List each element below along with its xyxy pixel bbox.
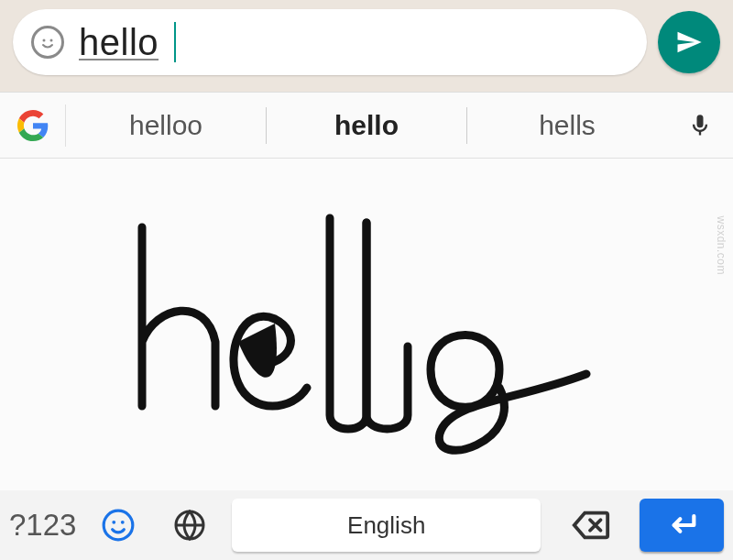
mic-icon[interactable] [667, 113, 733, 138]
svg-point-0 [43, 39, 46, 42]
keyboard-panel: helloo hello hells ?123 [0, 92, 733, 560]
space-key[interactable]: English [232, 499, 541, 552]
google-logo-icon[interactable] [0, 104, 66, 147]
keyboard-bottom-row: ?123 English [0, 490, 733, 560]
svg-point-4 [121, 521, 125, 524]
watermark: wsxdn.com [715, 215, 728, 275]
suggestion-1[interactable]: helloo [66, 104, 266, 147]
svg-point-3 [113, 521, 116, 524]
backspace-icon[interactable] [553, 504, 627, 546]
enter-key[interactable] [640, 499, 724, 552]
symbols-key[interactable]: ?123 [9, 508, 76, 543]
suggestion-2[interactable]: hello [267, 104, 466, 147]
chat-input-bar: hello [0, 0, 733, 84]
text-cursor [174, 22, 176, 62]
svg-point-2 [104, 511, 134, 540]
emoji-icon[interactable] [31, 26, 64, 59]
suggestion-3[interactable]: hells [467, 104, 667, 147]
emoji-key-icon[interactable] [89, 508, 148, 543]
svg-point-1 [50, 39, 53, 42]
handwriting-canvas[interactable] [0, 159, 733, 490]
send-button[interactable] [658, 11, 720, 73]
globe-icon[interactable] [160, 509, 219, 542]
message-input[interactable]: hello [79, 22, 159, 63]
message-input-container[interactable]: hello [13, 9, 647, 75]
suggestion-bar: helloo hello hells [0, 93, 733, 159]
